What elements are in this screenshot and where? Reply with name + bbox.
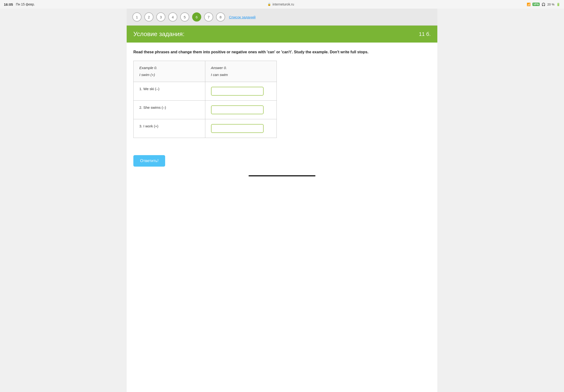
answer-input-1[interactable] xyxy=(211,87,264,96)
tab-6[interactable]: 6 xyxy=(192,13,201,22)
task-content: Read these phrases and change them into … xyxy=(127,42,437,152)
tab-5[interactable]: 5 xyxy=(180,13,189,22)
page-container: 1 2 3 4 5 6 7 8 Список заданий Условие з… xyxy=(127,9,437,392)
status-time: 16:05 xyxy=(4,2,13,6)
wifi-icon: 📶 xyxy=(527,3,531,6)
table-row: 3. I work (+) xyxy=(134,119,277,138)
url-text: interneturok.ru xyxy=(273,2,294,6)
charging-icon: 🔋 xyxy=(556,3,560,6)
home-indicator xyxy=(248,175,316,176)
example-right-label: Answer 0. xyxy=(211,66,271,70)
nav-tabs: 1 2 3 4 5 6 7 8 Список заданий xyxy=(127,9,437,26)
battery-text: 20 % xyxy=(547,3,554,6)
phrase-label-1: 1. We ski (–) xyxy=(139,87,159,91)
phrase-cell-1: 1. We ski (–) xyxy=(134,82,205,101)
example-right-cell: Answer 0. I can swim xyxy=(205,61,277,82)
example-left-label: Example 0. xyxy=(139,66,199,70)
example-row: Example 0. I swim (+) Answer 0. I can sw… xyxy=(134,61,277,82)
answer-input-2[interactable] xyxy=(211,105,264,114)
task-points: 11 б. xyxy=(419,31,431,37)
example-left-cell: Example 0. I swim (+) xyxy=(134,61,205,82)
tab-3[interactable]: 3 xyxy=(156,13,165,22)
status-date: Пн 15 февр. xyxy=(16,2,35,6)
exercise-table: Example 0. I swim (+) Answer 0. I can sw… xyxy=(133,61,277,138)
phrase-cell-3: 3. I work (+) xyxy=(134,119,205,138)
example-left-phrase: I swim (+) xyxy=(139,73,155,77)
table-row: 1. We ski (–) xyxy=(134,82,277,101)
submit-button[interactable]: Ответить! xyxy=(133,155,165,167)
table-row: 2. She swims (–) xyxy=(134,101,277,119)
answer-cell-3 xyxy=(205,119,277,138)
tab-2[interactable]: 2 xyxy=(144,13,153,22)
phrase-cell-2: 2. She swims (–) xyxy=(134,101,205,119)
phrase-label-3: 3. I work (+) xyxy=(139,124,158,128)
answer-cell-1 xyxy=(205,82,277,101)
phrase-label-2: 2. She swims (–) xyxy=(139,105,166,110)
tab-1[interactable]: 1 xyxy=(132,13,141,22)
answer-cell-2 xyxy=(205,101,277,119)
status-bar-right: 📶 VPN 🎧 20 % 🔋 xyxy=(527,3,560,6)
status-bar-left: 16:05 Пн 15 февр. xyxy=(4,2,35,6)
vpn-badge: VPN xyxy=(533,3,540,6)
tab-8[interactable]: 8 xyxy=(216,13,225,22)
status-bar: 16:05 Пн 15 февр. 🔒 interneturok.ru 📶 VP… xyxy=(0,0,564,9)
tab-7[interactable]: 7 xyxy=(204,13,213,22)
task-instruction: Read these phrases and change them into … xyxy=(133,49,431,55)
status-bar-center: 🔒 interneturok.ru xyxy=(267,2,294,6)
task-list-link[interactable]: Список заданий xyxy=(229,15,255,19)
tab-4[interactable]: 4 xyxy=(168,13,177,22)
example-right-answer: I can swim xyxy=(211,73,228,77)
submit-section: Ответить! xyxy=(127,152,437,173)
headphone-icon: 🎧 xyxy=(542,3,545,6)
task-header-title: Условие задания: xyxy=(133,30,184,38)
lock-icon: 🔒 xyxy=(267,3,271,6)
bottom-bar xyxy=(127,173,437,181)
task-header: Условие задания: 11 б. xyxy=(127,26,437,42)
answer-input-3[interactable] xyxy=(211,124,264,133)
